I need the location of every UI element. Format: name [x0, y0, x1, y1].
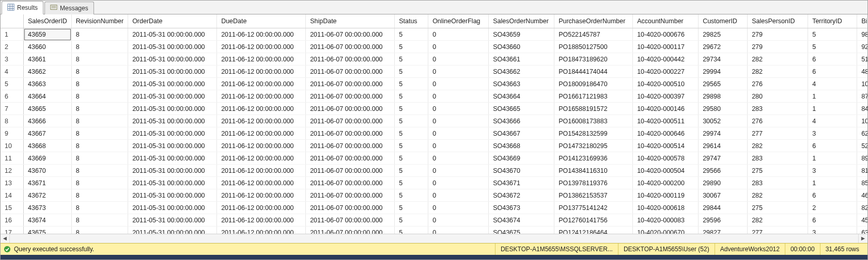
- cell-shipdate[interactable]: 2011-06-07 00:00:00.000: [306, 152, 395, 165]
- cell-duedate[interactable]: 2011-06-12 00:00:00.000: [217, 152, 306, 165]
- cell-customerid[interactable]: 29890: [699, 177, 748, 189]
- row-header[interactable]: 14: [1, 189, 24, 202]
- cell-billtoaddressid[interactable]: 529: [857, 140, 867, 152]
- cell-territoryid[interactable]: 3: [808, 226, 857, 234]
- cell-salesorderid[interactable]: 43672: [24, 189, 72, 202]
- cell-accountnumber[interactable]: 10-4020-000083: [633, 214, 699, 226]
- cell-territoryid[interactable]: 3: [808, 165, 857, 177]
- col-territoryid[interactable]: TerritoryID: [808, 14, 857, 28]
- cell-salesordernumber[interactable]: SO43671: [489, 177, 554, 189]
- row-header[interactable]: 4: [1, 66, 24, 78]
- row-header[interactable]: 5: [1, 78, 24, 90]
- cell-customerid[interactable]: 29994: [699, 66, 748, 78]
- cell-salesordernumber[interactable]: SO43661: [489, 53, 554, 66]
- cell-revisionnumber[interactable]: 8: [71, 41, 128, 53]
- cell-onlineorderflag[interactable]: 0: [428, 41, 489, 53]
- table-row[interactable]: 114366982011-05-31 00:00:00.0002011-06-1…: [1, 152, 867, 165]
- row-header[interactable]: 7: [1, 103, 24, 115]
- col-salespersonid[interactable]: SalesPersonID: [748, 14, 808, 28]
- cell-salespersonid[interactable]: 282: [748, 53, 808, 66]
- cell-salesordernumber[interactable]: SO43674: [489, 214, 554, 226]
- cell-onlineorderflag[interactable]: 0: [428, 165, 489, 177]
- cell-orderdate[interactable]: 2011-05-31 00:00:00.000: [128, 115, 217, 127]
- cell-revisionnumber[interactable]: 8: [71, 177, 128, 189]
- col-shipdate[interactable]: ShipDate: [306, 14, 395, 28]
- cell-status[interactable]: 5: [395, 66, 428, 78]
- cell-shipdate[interactable]: 2011-06-07 00:00:00.000: [306, 78, 395, 90]
- cell-territoryid[interactable]: 6: [808, 189, 857, 202]
- cell-orderdate[interactable]: 2011-05-31 00:00:00.000: [128, 90, 217, 103]
- cell-salespersonid[interactable]: 282: [748, 189, 808, 202]
- cell-salespersonid[interactable]: 275: [748, 202, 808, 214]
- cell-accountnumber[interactable]: 10-4020-000117: [633, 41, 699, 53]
- row-header[interactable]: 8: [1, 115, 24, 127]
- table-row[interactable]: 94366782011-05-31 00:00:00.0002011-06-12…: [1, 127, 867, 140]
- cell-salesordernumber[interactable]: SO43668: [489, 140, 554, 152]
- scroll-left-icon[interactable]: ◄: [1, 234, 10, 243]
- cell-status[interactable]: 5: [395, 78, 428, 90]
- tab-messages[interactable]: Messages: [44, 2, 94, 14]
- cell-orderdate[interactable]: 2011-05-31 00:00:00.000: [128, 127, 217, 140]
- cell-salesorderid[interactable]: 43666: [24, 115, 72, 127]
- row-header[interactable]: 11: [1, 152, 24, 165]
- cell-billtoaddressid[interactable]: 985: [857, 28, 867, 41]
- cell-purchaseordernumber[interactable]: PO18473189620: [554, 53, 633, 66]
- cell-duedate[interactable]: 2011-06-12 00:00:00.000: [217, 103, 306, 115]
- cell-territoryid[interactable]: 3: [808, 127, 857, 140]
- col-salesorderid[interactable]: SalesOrderID: [24, 14, 72, 28]
- cell-salesorderid[interactable]: 43674: [24, 214, 72, 226]
- cell-status[interactable]: 5: [395, 152, 428, 165]
- header-corner[interactable]: [1, 14, 24, 28]
- cell-onlineorderflag[interactable]: 0: [428, 90, 489, 103]
- cell-salesorderid[interactable]: 43661: [24, 53, 72, 66]
- cell-purchaseordernumber[interactable]: PO12412186464: [554, 226, 633, 234]
- cell-purchaseordernumber[interactable]: PO14384116310: [554, 165, 633, 177]
- row-header[interactable]: 12: [1, 165, 24, 177]
- cell-status[interactable]: 5: [395, 90, 428, 103]
- cell-billtoaddressid[interactable]: 855: [857, 177, 867, 189]
- cell-shipdate[interactable]: 2011-06-07 00:00:00.000: [306, 214, 395, 226]
- cell-salespersonid[interactable]: 282: [748, 214, 808, 226]
- cell-shipdate[interactable]: 2011-06-07 00:00:00.000: [306, 115, 395, 127]
- cell-territoryid[interactable]: 6: [808, 140, 857, 152]
- table-row[interactable]: 144367282011-05-31 00:00:00.0002011-06-1…: [1, 189, 867, 202]
- cell-billtoaddressid[interactable]: 464: [857, 189, 867, 202]
- cell-shipdate[interactable]: 2011-06-07 00:00:00.000: [306, 202, 395, 214]
- col-billtoaddressid[interactable]: BillToAddressID: [857, 14, 867, 28]
- cell-onlineorderflag[interactable]: 0: [428, 189, 489, 202]
- cell-salesordernumber[interactable]: SO43660: [489, 41, 554, 53]
- cell-status[interactable]: 5: [395, 189, 428, 202]
- cell-purchaseordernumber[interactable]: PO18850127500: [554, 41, 633, 53]
- cell-status[interactable]: 5: [395, 177, 428, 189]
- table-row[interactable]: 174367582011-05-31 00:00:00.0002011-06-1…: [1, 226, 867, 234]
- cell-billtoaddressid[interactable]: 631: [857, 226, 867, 234]
- cell-salespersonid[interactable]: 283: [748, 152, 808, 165]
- cell-status[interactable]: 5: [395, 28, 428, 41]
- cell-duedate[interactable]: 2011-06-12 00:00:00.000: [217, 41, 306, 53]
- cell-status[interactable]: 5: [395, 127, 428, 140]
- cell-accountnumber[interactable]: 10-4020-000646: [633, 127, 699, 140]
- cell-purchaseordernumber[interactable]: PO13862153537: [554, 189, 633, 202]
- cell-billtoaddressid[interactable]: 517: [857, 53, 867, 66]
- cell-customerid[interactable]: 29974: [699, 127, 748, 140]
- cell-orderdate[interactable]: 2011-05-31 00:00:00.000: [128, 140, 217, 152]
- table-row[interactable]: 164367482011-05-31 00:00:00.0002011-06-1…: [1, 214, 867, 226]
- col-customerid[interactable]: CustomerID: [699, 14, 748, 28]
- cell-territoryid[interactable]: 4: [808, 78, 857, 90]
- cell-duedate[interactable]: 2011-06-12 00:00:00.000: [217, 165, 306, 177]
- cell-duedate[interactable]: 2011-06-12 00:00:00.000: [217, 226, 306, 234]
- cell-salesorderid[interactable]: 43675: [24, 226, 72, 234]
- cell-orderdate[interactable]: 2011-05-31 00:00:00.000: [128, 226, 217, 234]
- cell-accountnumber[interactable]: 10-4020-000227: [633, 66, 699, 78]
- cell-customerid[interactable]: 29580: [699, 103, 748, 115]
- cell-territoryid[interactable]: 6: [808, 214, 857, 226]
- row-header[interactable]: 15: [1, 202, 24, 214]
- cell-billtoaddressid[interactable]: 895: [857, 152, 867, 165]
- cell-accountnumber[interactable]: 10-4020-000618: [633, 202, 699, 214]
- cell-billtoaddressid[interactable]: 458: [857, 214, 867, 226]
- cell-revisionnumber[interactable]: 8: [71, 103, 128, 115]
- cell-shipdate[interactable]: 2011-06-07 00:00:00.000: [306, 189, 395, 202]
- cell-salesorderid[interactable]: 43671: [24, 177, 72, 189]
- cell-customerid[interactable]: 29596: [699, 214, 748, 226]
- cell-salesordernumber[interactable]: SO43663: [489, 78, 554, 90]
